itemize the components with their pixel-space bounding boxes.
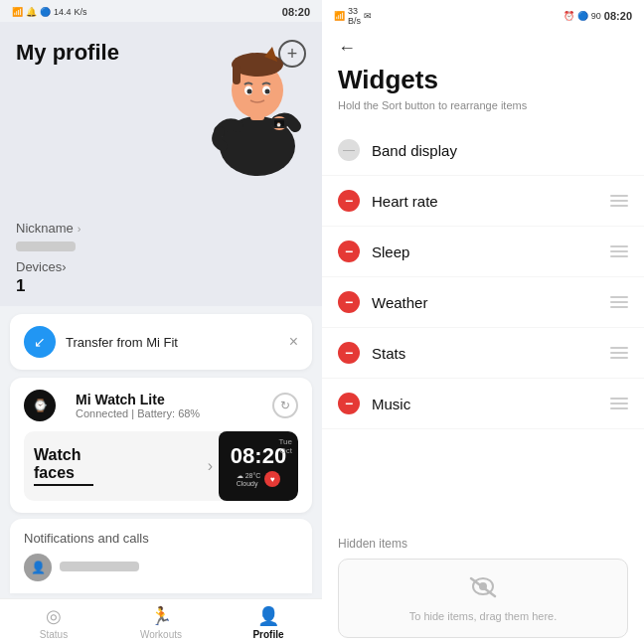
widget-left-weather: − Weather [338,291,427,313]
widget-item-sleep: − Sleep [322,227,644,277]
watch-date: TueOct [279,437,293,455]
nav-profile-label: Profile [252,629,283,640]
status-icon: ◎ [46,605,62,627]
status-bar-left: 📶 🔔 🔵 14.4 K/s 08:20 [0,0,322,22]
back-button[interactable]: ← [338,38,628,59]
heart-rate-drag-handle[interactable] [610,195,628,207]
time-left: 08:20 [282,6,310,18]
widget-left-music: − Music [338,393,410,414]
workouts-icon: 🏃 [150,605,172,627]
heart-badge: ♥ [264,471,280,487]
svg-rect-4 [233,65,241,84]
band-display-disabled-icon: — [338,139,360,161]
widgets-header: ← Widgets Hold the Sort button to rearra… [322,30,644,125]
right-battery-group: ⏰ 🔵 90 08:20 [564,10,632,22]
device-status: Connected | Battery: 68% [76,407,200,419]
refresh-button[interactable]: ↻ [272,393,298,418]
weather-drag-handle[interactable] [610,296,628,308]
right-data-icon: 33B/s [348,6,361,26]
battery-left: 14.4 [54,7,72,17]
remove-weather-button[interactable]: − [338,291,360,313]
music-drag-handle[interactable] [610,398,628,409]
music-label: Music [372,396,410,412]
right-panel: 📶 33B/s ✉ ⏰ 🔵 90 08:20 ← Widgets Hold th… [322,0,644,644]
eye-slash-icon [467,574,499,604]
stats-drag-handle[interactable] [610,347,628,359]
widgets-title: Widgets [338,65,628,95]
remove-heart-rate-button[interactable]: − [338,190,360,212]
remove-music-button[interactable]: − [338,393,360,414]
signal-icon: 📶 [12,7,23,17]
signal-icons: 📶 🔔 🔵 14.4 K/s [12,7,87,17]
sleep-label: Sleep [372,243,409,260]
widget-item-weather: − Weather [322,277,644,328]
transfer-card[interactable]: ↙ Transfer from Mi Fit × [10,314,312,370]
widget-left-sleep: − Sleep [338,241,409,262]
right-signal-group: 📶 33B/s ✉ [334,6,372,26]
device-card: ⌚ Mi Watch Lite Connected | Battery: 68%… [10,378,312,513]
svg-point-9 [265,89,270,94]
device-icon: ⌚ [24,390,56,421]
avatar-figure: ⌚ [203,27,312,176]
notification-blurred [60,562,139,571]
device-row: ⌚ Mi Watch Lite Connected | Battery: 68%… [24,390,298,421]
right-alarm-icon: ⏰ [564,11,574,21]
profile-title: My profile [16,40,119,66]
profile-header: My profile + [0,22,322,221]
svg-text:⌚: ⌚ [276,122,281,127]
devices-label: Devices [16,259,62,274]
profile-icon: 👤 [257,605,279,627]
bottom-nav: ◎ Status 🏃 Workouts 👤 Profile [0,598,322,644]
bluetooth-icon: 🔵 [40,7,51,17]
remove-stats-button[interactable]: − [338,342,360,364]
widgets-hint: Hold the Sort button to rearrange items [338,99,628,111]
sleep-drag-handle[interactable] [610,245,628,257]
widget-left-stats: − Stats [338,342,405,364]
notification-avatar: 👤 [24,554,52,581]
svg-point-8 [247,89,252,94]
nav-workouts[interactable]: 🏃 Workouts [107,605,215,640]
nickname-chevron: › [78,223,81,235]
heart-rate-label: Heart rate [372,193,438,210]
watch-face-row[interactable]: Watchfaces › TueOct 08:20 ☁ 28°CCloudy ♥ [24,431,298,501]
nickname-value-blurred [16,242,76,251]
band-display-label: Band display [372,142,457,159]
wifi-icon: 🔔 [26,7,37,17]
widget-item-heart-rate: − Heart rate [322,176,644,227]
nickname-row[interactable]: Nickname › [16,221,306,236]
devices-count: 1 [16,276,306,296]
battery-unit: K/s [75,7,87,17]
weather-tag: ☁ 28°CCloudy [237,472,261,487]
right-bluetooth-icon: 🔵 [577,11,588,21]
right-email-icon: ✉ [364,11,372,21]
weather-label: Weather [372,294,427,311]
notification-item: 👤 [24,554,298,581]
nav-workouts-label: Workouts [140,629,182,640]
widget-item-stats: − Stats [322,328,644,379]
devices-chevron: › [62,259,66,274]
hidden-section-title: Hidden items [338,537,628,551]
device-name: Mi Watch Lite [76,392,200,407]
transfer-close-button[interactable]: × [289,333,298,351]
stats-label: Stats [372,345,405,362]
watch-preview: TueOct 08:20 ☁ 28°CCloudy ♥ [219,431,298,501]
widget-item-band-display: — Band display [322,125,644,176]
nav-profile[interactable]: 👤 Profile [215,605,322,640]
widget-left-heart-rate: − Heart rate [338,190,438,212]
hidden-drop-zone[interactable]: To hide items, drag them here. [338,559,628,638]
profile-header-left: My profile [16,36,119,66]
widget-item-music: − Music [322,379,644,429]
avatar: ⌚ [203,27,312,176]
devices-row[interactable]: Devices › [16,259,306,274]
widget-list: — Band display − Heart rate − Sleep [322,125,644,525]
right-time: 08:20 [604,10,632,22]
nav-status[interactable]: ◎ Status [0,605,107,640]
watch-bottom-info: ☁ 28°CCloudy ♥ [237,471,281,487]
transfer-text: Transfer from Mi Fit [66,335,289,350]
notifications-title: Notifications and calls [24,531,298,546]
widget-left-band-display: — Band display [338,139,457,161]
left-panel: 📶 🔔 🔵 14.4 K/s 08:20 My profile + [0,0,322,644]
remove-sleep-button[interactable]: − [338,241,360,262]
profile-info: Nickname › Devices › 1 [0,221,322,306]
transfer-icon: ↙ [24,326,56,358]
